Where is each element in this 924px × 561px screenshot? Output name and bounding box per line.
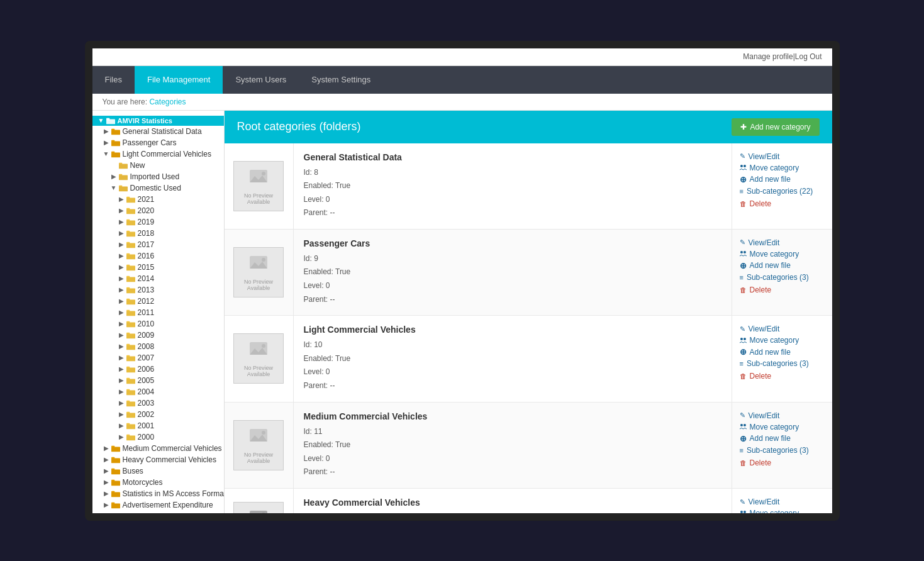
folder-icon-2009 <box>126 331 135 339</box>
delete-link-cat-2[interactable]: 🗑 Delete <box>740 286 825 294</box>
view-edit-link-cat-4[interactable]: ✎ View/Edit <box>740 411 825 420</box>
move-category-link-cat-2[interactable]: Move category <box>740 250 825 258</box>
folder-icon-2012 <box>126 297 135 305</box>
sidebar-item-imported[interactable]: ▶ Imported Used <box>92 171 224 182</box>
sidebar-item-new[interactable]: New <box>92 160 224 171</box>
sidebar-item-heavy[interactable]: ▶ Heavy Commercial Vehicles <box>92 454 224 465</box>
sidebar-item-2021[interactable]: ▶ 2021 <box>92 194 224 205</box>
svg-point-118 <box>740 338 743 340</box>
folder-icon-2019 <box>126 218 135 226</box>
sidebar-item-domestic[interactable]: ▼ Domestic Used <box>92 182 224 194</box>
svg-rect-38 <box>126 254 135 259</box>
sidebar-item-2001[interactable]: ▶ 2001 <box>92 420 224 431</box>
view-edit-link-cat-1[interactable]: ✎ View/Edit <box>740 152 825 161</box>
add-file-label-cat-2: Add new file <box>750 261 791 270</box>
sidebar-item-general[interactable]: ▶ General Statistical Data <box>92 126 224 137</box>
meta-parent-cat-4: Parent: -- <box>304 465 721 479</box>
move-category-link-cat-4[interactable]: Move category <box>740 423 825 431</box>
view-edit-link-cat-2[interactable]: ✎ View/Edit <box>740 238 825 247</box>
sidebar-item-2017[interactable]: ▶ 2017 <box>92 239 224 250</box>
sidebar-label-general: General Statistical Data <box>123 127 202 136</box>
svg-rect-41 <box>126 265 135 270</box>
sidebar-item-2002[interactable]: ▶ 2002 <box>92 409 224 420</box>
move-category-link-cat-3[interactable]: Move category <box>740 336 825 345</box>
sidebar-item-2000[interactable]: ▶ 2000 <box>92 431 224 443</box>
svg-rect-74 <box>126 390 135 395</box>
preview-cell-cat-1: No PreviewAvailable <box>225 143 294 229</box>
delete-link-cat-4[interactable]: 🗑 Delete <box>740 458 825 467</box>
sidebar-item-2003[interactable]: ▶ 2003 <box>92 397 224 409</box>
move-category-link-cat-5[interactable]: Move category <box>740 509 825 513</box>
table-row: PreviewAvailable Heavy Commercial Vehicl… <box>225 489 832 513</box>
sidebar-item-2005[interactable]: ▶ 2005 <box>92 375 224 386</box>
preview-cell-cat-4: No PreviewAvailable <box>225 403 294 488</box>
actions-cell-cat-1: ✎ View/Edit Move category ⊕ Add new file… <box>732 143 832 229</box>
add-file-link-cat-4[interactable]: ⊕ Add new file <box>740 434 825 443</box>
edit-icon-cat-1: ✎ <box>740 152 745 160</box>
sidebar-item-2010[interactable]: ▶ 2010 <box>92 318 224 330</box>
preview-box-cat-5: PreviewAvailable <box>233 502 284 513</box>
sidebar-item-2014[interactable]: ▶ 2014 <box>92 273 224 284</box>
sidebar-item-passenger[interactable]: ▶ Passenger Cars <box>92 137 224 148</box>
add-btn-label: Add new category <box>750 123 810 131</box>
actions-cell-cat-2: ✎ View/Edit Move category ⊕ Add new file… <box>732 230 832 315</box>
view-edit-link-cat-5[interactable]: ✎ View/Edit <box>740 497 825 506</box>
meta-level-cat-4: Level: 0 <box>304 452 721 466</box>
tab-system-settings[interactable]: System Settings <box>299 66 383 94</box>
sub-categories-link-cat-1[interactable]: ≡ Sub-categories (22) <box>740 187 825 196</box>
tree-toggle-2016: ▶ <box>118 252 125 259</box>
sidebar-item-root[interactable]: ▼ AMVIR Statistics <box>92 116 224 126</box>
meta-parent-cat-3: Parent: -- <box>304 379 721 393</box>
tab-system-users[interactable]: System Users <box>223 66 299 94</box>
delete-label-cat-1: Delete <box>750 199 772 208</box>
sidebar-item-advertisement[interactable]: ▶ Advertisement Expenditure <box>92 499 224 511</box>
category-name-cat-4: Medium Commercial Vehicles <box>304 411 721 421</box>
image-icon-cat-4 <box>248 426 269 448</box>
logout-link[interactable]: Log Out <box>795 52 822 61</box>
sidebar-label-motorcycles: Motorcycles <box>123 478 163 487</box>
sidebar-item-2018[interactable]: ▶ 2018 <box>92 228 224 239</box>
edit-icon-cat-2: ✎ <box>740 238 745 247</box>
sidebar-item-2009[interactable]: ▶ 2009 <box>92 330 224 341</box>
sub-categories-link-cat-3[interactable]: ≡ Sub-categories (3) <box>740 359 825 368</box>
manage-profile-link[interactable]: Manage profile <box>743 52 793 61</box>
add-file-link-cat-2[interactable]: ⊕ Add new file <box>740 261 825 270</box>
move-category-link-cat-1[interactable]: Move category <box>740 164 825 172</box>
svg-point-109 <box>743 165 746 167</box>
sidebar-item-motorcycles[interactable]: ▶ Motorcycles <box>92 477 224 488</box>
tab-files[interactable]: Files <box>92 66 135 94</box>
move-label-cat-4: Move category <box>750 423 799 431</box>
info-cell-cat-2: Passenger Cars Id: 9 Enabled: True Level… <box>294 230 732 315</box>
sidebar-item-2012[interactable]: ▶ 2012 <box>92 296 224 307</box>
sidebar-item-buses[interactable]: ▶ Buses <box>92 465 224 477</box>
sidebar-item-2008[interactable]: ▶ 2008 <box>92 341 224 352</box>
folder-icon-2020 <box>126 207 135 214</box>
sidebar-item-2004[interactable]: ▶ 2004 <box>92 386 224 397</box>
delete-link-cat-1[interactable]: 🗑 Delete <box>740 199 825 208</box>
move-label-cat-3: Move category <box>750 336 799 345</box>
svg-rect-47 <box>126 288 135 293</box>
sub-categories-link-cat-2[interactable]: ≡ Sub-categories (3) <box>740 273 825 282</box>
sub-categories-link-cat-4[interactable]: ≡ Sub-categories (3) <box>740 446 825 455</box>
add-file-link-cat-1[interactable]: ⊕ Add new file <box>740 175 825 184</box>
sidebar-item-statistics-ms[interactable]: ▶ Statistics in MS Access Format <box>92 488 224 499</box>
sidebar-item-2020[interactable]: ▶ 2020 <box>92 205 224 216</box>
add-file-link-cat-3[interactable]: ⊕ Add new file <box>740 347 825 357</box>
sidebar-label-2000: 2000 <box>138 433 155 442</box>
sidebar-item-medium[interactable]: ▶ Medium Commercial Vehicles <box>92 443 224 454</box>
sidebar-item-2013[interactable]: ▶ 2013 <box>92 284 224 296</box>
sidebar-item-2019[interactable]: ▶ 2019 <box>92 216 224 228</box>
breadcrumb-link[interactable]: Categories <box>149 97 186 106</box>
sidebar-item-2016[interactable]: ▶ 2016 <box>92 250 224 262</box>
sub-cat-icon-cat-1: ≡ <box>740 187 743 195</box>
sidebar-item-2015[interactable]: ▶ 2015 <box>92 262 224 273</box>
sidebar-item-2006[interactable]: ▶ 2006 <box>92 364 224 375</box>
sidebar-label-2017: 2017 <box>138 240 155 249</box>
sidebar-item-2007[interactable]: ▶ 2007 <box>92 352 224 364</box>
view-edit-link-cat-3[interactable]: ✎ View/Edit <box>740 325 825 333</box>
sidebar-item-2011[interactable]: ▶ 2011 <box>92 307 224 318</box>
delete-link-cat-3[interactable]: 🗑 Delete <box>740 372 825 380</box>
tab-file-management[interactable]: File Management <box>135 66 223 94</box>
add-new-category-button[interactable]: ✚ Add new category <box>732 118 819 136</box>
sidebar-item-light[interactable]: ▼ Light Commercial Vehicles <box>92 148 224 160</box>
